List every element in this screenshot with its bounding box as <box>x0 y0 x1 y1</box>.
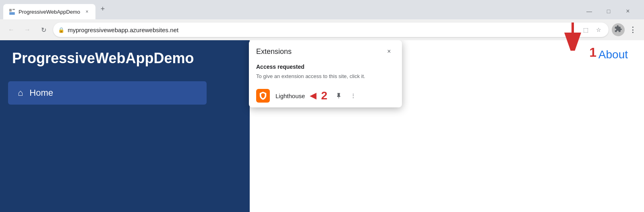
panel-section-desc: To give an extension access to this site… <box>249 72 402 84</box>
toolbar: ← → ↻ 🔒 myprogressivewebapp.azurewebsite… <box>0 19 644 40</box>
bookmark-button[interactable]: ☆ <box>593 25 604 35</box>
lighthouse-icon <box>256 89 270 103</box>
panel-header: Extensions × <box>249 40 402 60</box>
panel-close-button[interactable]: × <box>383 46 395 57</box>
page-area: ProgressiveWebAppDemo ⌂ Home About Exten… <box>0 40 644 212</box>
lighthouse-name-area: Lighthouse ◄ 2 <box>275 89 327 102</box>
lighthouse-name: Lighthouse <box>275 93 305 99</box>
website-sidebar: ProgressiveWebAppDemo ⌂ Home <box>0 40 250 212</box>
svg-rect-1 <box>12 9 15 10</box>
svg-rect-2 <box>9 12 15 13</box>
address-actions: ⬚ ☆ <box>580 25 604 35</box>
home-label: Home <box>29 88 53 98</box>
reload-button[interactable]: ↻ <box>37 23 50 36</box>
lighthouse-pin-button[interactable] <box>333 90 344 101</box>
new-tab-button[interactable]: + <box>97 3 108 14</box>
browser-window: ProgressiveWebAppDemo × + — □ × ← → ↻ 🔒 … <box>0 0 644 212</box>
back-button[interactable]: ← <box>5 23 18 36</box>
panel-title: Extensions <box>256 47 292 56</box>
tab-bar: ProgressiveWebAppDemo × + — □ × <box>0 0 644 19</box>
extension-actions: ⋮ <box>333 90 359 101</box>
home-icon: ⌂ <box>18 88 23 98</box>
open-new-tab-icon[interactable]: ⬚ <box>580 25 591 35</box>
tab-close-button[interactable]: × <box>83 8 91 15</box>
forward-button[interactable]: → <box>21 23 34 36</box>
svg-rect-0 <box>9 9 12 12</box>
site-header: ProgressiveWebAppDemo <box>0 40 250 76</box>
more-menu-button[interactable]: ⋮ <box>626 23 639 36</box>
lighthouse-extension-item[interactable]: Lighthouse ◄ 2 ⋮ <box>249 84 402 107</box>
address-text: myprogressivewebapp.azurewebsites.net <box>68 27 577 33</box>
maximize-button[interactable]: □ <box>602 5 615 18</box>
address-bar[interactable]: 🔒 myprogressivewebapp.azurewebsites.net … <box>53 23 609 37</box>
puzzle-icon <box>614 25 622 35</box>
about-link[interactable]: About <box>598 48 628 61</box>
close-window-button[interactable]: × <box>621 5 634 18</box>
lighthouse-more-button[interactable]: ⋮ <box>348 90 359 101</box>
active-tab[interactable]: ProgressiveWebAppDemo × <box>3 4 95 19</box>
svg-rect-3 <box>9 14 15 14</box>
lock-icon: 🔒 <box>58 27 64 33</box>
annotation-number-2: 2 <box>321 89 327 102</box>
tab-title: ProgressiveWebAppDemo <box>19 9 80 15</box>
extensions-button[interactable] <box>612 23 625 36</box>
extensions-panel: Extensions × Access requested To give an… <box>249 40 402 107</box>
toolbar-right: ⋮ <box>612 23 639 36</box>
panel-section-title: Access requested <box>249 60 402 72</box>
home-nav-button[interactable]: ⌂ Home <box>8 81 207 105</box>
tab-favicon <box>9 8 15 15</box>
red-left-arrow-annotation: ◄ <box>307 90 319 101</box>
tab-bar-controls: — □ × <box>583 5 641 19</box>
site-title: ProgressiveWebAppDemo <box>12 50 194 66</box>
minimize-button[interactable]: — <box>583 5 596 18</box>
site-nav: ⌂ Home <box>0 76 250 109</box>
